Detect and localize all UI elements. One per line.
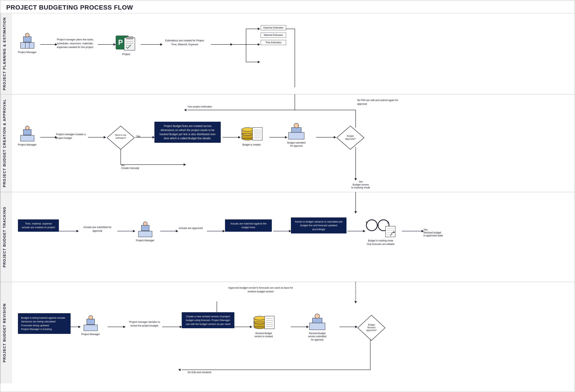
svg-rect-139 (312, 318, 322, 323)
svg-marker-119 (178, 368, 181, 371)
svg-rect-18 (21, 43, 34, 48)
dark-box-lane4: Create a new revised version of project … (182, 312, 234, 328)
diamond1-wrap: Want to use estimates? (106, 125, 135, 151)
material-estimate-box: Material Estimates (261, 33, 286, 38)
project-icon: P (116, 35, 137, 52)
lane1-step1-text: Project manager plans the tasks, schedul… (57, 38, 100, 49)
svg-point-71 (294, 123, 299, 128)
dark-box-lane2: Project Budget lines are created across … (154, 122, 221, 143)
svg-marker-106 (78, 326, 81, 328)
tracking-label: Budget in tracking mode Only forecasts a… (367, 239, 395, 246)
actor-label-2: Project Manager (18, 143, 36, 146)
budget-created-area: Budget is created (240, 124, 263, 147)
svg-text:Want to use: Want to use (115, 134, 126, 136)
svg-point-140 (315, 314, 320, 318)
actor-pm-lane1: Project Manager (18, 33, 36, 54)
revised-created-label: Revised Budget version is created (252, 332, 275, 338)
yes-moves-label: Yes Budget moves to tracking mode (351, 180, 370, 189)
project-icon-area: P Project (116, 35, 137, 56)
use-estimates-label: Use project estimates (188, 105, 212, 108)
yes-revised-label: Yes Revised budget in approved state (424, 228, 443, 237)
revised-submitted-label: Revised Budget version submitted for app… (308, 332, 326, 342)
lane1-svg (12, 13, 570, 89)
budget-created-label: Budget is created (242, 143, 261, 147)
svg-marker-7 (230, 43, 233, 46)
lane2-step1-text: Project manager creates a project budget (56, 132, 87, 140)
no-edit-resubmit-label: No Edit and resubmit (188, 371, 211, 374)
revised-created-icon (252, 312, 275, 332)
svg-rect-92 (141, 225, 149, 231)
svg-marker-33 (104, 136, 106, 139)
actor-label-3: Project Manager (136, 239, 154, 242)
lane-label-2: PROJECT BUDGET CREATION & APPROVAL (0, 94, 12, 192)
pm-icon-3 (138, 221, 153, 239)
lane3-content: Time, material, expense actuals are crea… (12, 192, 575, 282)
budget-created-icon (240, 124, 263, 143)
svg-point-20 (25, 33, 29, 37)
lane-creation: PROJECT BUDGET CREATION & APPROVAL (0, 94, 575, 192)
svg-marker-108 (123, 326, 126, 328)
svg-marker-80 (176, 230, 178, 232)
diamond-revision-wrap: Budget Revision approved? (357, 314, 386, 342)
svg-marker-51 (184, 163, 186, 166)
no-create-label: NoCreate manualy (121, 164, 139, 170)
lane-label-4: PROJECT BUDGET REVISION (0, 282, 12, 383)
lane-label-1: PROJECT PLANNING & ESTIMATION (0, 13, 12, 94)
dark-box-lane3-2: Actual vs budget variance is calculated … (291, 218, 346, 234)
svg-text:approved?: approved? (366, 329, 377, 331)
budget-submitted-area: Budget submitted for approval (287, 122, 306, 148)
lane-planning: PROJECT PLANNING & ESTIMATION (0, 13, 575, 94)
budget-submitted-label: Budget submitted for approval (287, 141, 305, 148)
svg-marker-78 (133, 230, 135, 232)
lane4-step2-text: Project manager decides to revise the pr… (126, 320, 163, 328)
tracking-icon (365, 218, 396, 239)
svg-marker-15 (258, 61, 260, 63)
lane1-estimation-text: Estimations are created for Project Time… (162, 39, 207, 46)
revised-created-area: Revised Budget version is created (252, 312, 275, 338)
diamond2-wrap: Budget Approved? (336, 125, 365, 151)
lane-tracking: PROJECT BUDGET TRACKING (0, 192, 575, 282)
svg-rect-26 (126, 37, 133, 39)
no-edit-label: No PM can edit and submit again for appr… (357, 98, 400, 106)
lane3-svg (12, 192, 570, 282)
svg-rect-19 (24, 37, 31, 42)
actor-pm-lane4: Project Manager (81, 315, 100, 336)
yes-label-2: Yes (136, 135, 140, 138)
svg-text:Budget: Budget (368, 323, 375, 326)
diamond1: Want to use estimates? (106, 125, 135, 150)
revised-submitted-icon (308, 312, 327, 332)
actor-label-4: Project Manager (81, 333, 100, 336)
time-estimate-box: Time Estimates (261, 40, 286, 45)
svg-rect-91 (139, 231, 152, 237)
svg-rect-25 (124, 38, 135, 50)
actor-pm-lane2: Project Manager (18, 126, 36, 146)
svg-point-62 (242, 127, 253, 131)
svg-text:estimates?: estimates? (116, 137, 126, 139)
diamond-revision: Budget Revision approved? (357, 314, 386, 342)
svg-marker-88 (355, 211, 357, 214)
pm-icon-4 (83, 315, 98, 333)
svg-marker-13 (258, 43, 260, 46)
svg-rect-70 (291, 127, 301, 132)
page-container: PROJECT BUDGETING PROCESS FLOW PROJECT P… (0, 0, 575, 392)
svg-rect-124 (84, 325, 97, 331)
svg-point-131 (254, 316, 265, 320)
svg-point-94 (366, 220, 377, 231)
lane1-content: Project Manager Project manager plans th… (12, 13, 575, 89)
svg-text:Budget: Budget (347, 135, 354, 137)
svg-marker-76 (76, 230, 79, 232)
budget-submitted-icon (287, 122, 306, 141)
estimate-boxes: Expense Estimates Material Estimates Tim… (261, 24, 286, 46)
diamond2: Budget Approved? (336, 125, 365, 150)
svg-rect-52 (21, 135, 34, 141)
lane3-box1: Time, material, expense actuals are crea… (18, 220, 59, 232)
page-title: PROJECT BUDGETING PROCESS FLOW (0, 0, 575, 13)
flow-container: PROJECT PLANNING & ESTIMATION (0, 13, 575, 383)
svg-text:Approved?: Approved? (345, 138, 356, 140)
revised-submitted-area: Revised Budget version submitted for app… (308, 312, 327, 342)
svg-point-126 (89, 316, 93, 319)
svg-text:P: P (118, 38, 123, 47)
actor-label-1: Project Manager (18, 51, 36, 54)
svg-marker-11 (258, 28, 260, 30)
lane-revision: PROJECT BUDGET REVISION (0, 282, 575, 383)
